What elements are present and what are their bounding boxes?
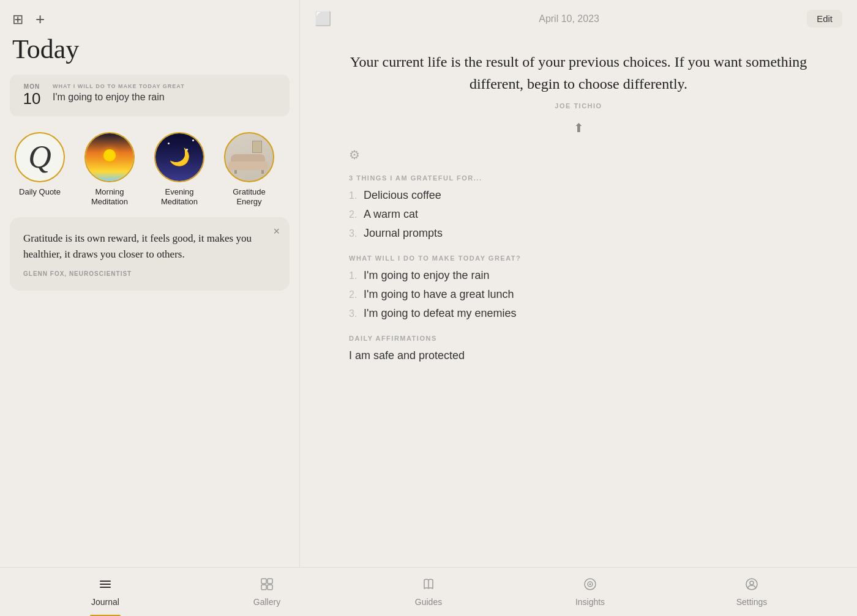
affirmations-section: DAILY AFFIRMATIONS I am safe and protect… (349, 335, 808, 362)
header-date: April 10, 2023 (331, 13, 807, 24)
journal-icon (99, 577, 112, 595)
nav-insights[interactable]: Insights (553, 577, 627, 607)
main-quote-block: Your current life is the result of your … (349, 39, 808, 116)
day-badge: MON 10 (20, 83, 44, 108)
morning-meditation-label: MorningMeditation (91, 187, 128, 208)
circle-gratitude-energy[interactable]: GratitudeEnergy (215, 132, 283, 208)
insights-icon (583, 577, 597, 595)
morning-bg (86, 133, 133, 181)
left-panel: ⊞ + Today MON 10 WHAT I WILL DO TO MAKE … (0, 0, 300, 567)
sofa-leg-right (261, 170, 264, 174)
today-great-item-1: I'm going to enjoy the rain (364, 269, 490, 282)
affirmations-label: DAILY AFFIRMATIONS (349, 335, 808, 342)
sidebar-toggle-icon[interactable]: ⬜ (315, 11, 331, 27)
circle-daily-quote[interactable]: Q Daily Quote (6, 132, 73, 208)
today-great-item-2: I'm going to have a great lunch (364, 288, 514, 301)
journal-label: Journal (91, 597, 119, 607)
main-quote-text: Your current life is the result of your … (349, 51, 808, 95)
svg-rect-4 (268, 579, 272, 584)
gratitude-list: 1. Delicious coffee 2. A warm cat 3. Jou… (349, 189, 808, 240)
circle-evening-meditation[interactable]: 🌙 EveningMeditation (146, 132, 213, 208)
day-content: WHAT I WILL DO TO MAKE TODAY GREAT I'm g… (53, 83, 280, 103)
sofa-legs (231, 170, 268, 174)
settings-icon (745, 577, 758, 595)
svg-rect-6 (268, 585, 272, 590)
sofa-icon (231, 154, 268, 174)
list-item: 2. I'm going to have a great lunch (349, 288, 808, 301)
list-item: 3. I'm going to defeat my enemies (349, 307, 808, 320)
svg-rect-5 (261, 585, 266, 590)
nav-journal[interactable]: Journal (69, 577, 142, 607)
left-header-icons: ⊞ + (12, 10, 45, 29)
guides-icon (422, 577, 435, 595)
right-panel: ⬜ April 10, 2023 Edit Your current life … (300, 0, 857, 567)
gallery-icon (260, 577, 274, 595)
list-item: 2. A warm cat (349, 208, 808, 221)
main-quote-author: JOE TICHIO (349, 102, 808, 109)
page-title: Today (0, 34, 299, 75)
svg-point-12 (750, 581, 754, 585)
svg-rect-3 (261, 579, 266, 584)
add-icon[interactable]: + (36, 10, 45, 29)
circle-morning-meditation[interactable]: MorningMeditation (76, 132, 143, 208)
nav-guides[interactable]: Guides (392, 577, 465, 607)
day-number: 10 (23, 90, 41, 108)
star-icon (186, 149, 188, 150)
star-icon (192, 139, 194, 141)
gratitude-item-3: Journal prompts (364, 227, 443, 240)
morning-meditation-circle (84, 132, 135, 182)
daily-quote-circle: Q (15, 132, 65, 182)
guides-label: Guides (415, 597, 442, 607)
share-button[interactable]: ⬆ (349, 121, 808, 135)
gratitude-energy-label: GratitudeEnergy (233, 187, 265, 208)
left-header: ⊞ + (0, 0, 299, 34)
evening-meditation-circle: 🌙 (154, 132, 204, 182)
day-label: WHAT I WILL DO TO MAKE TODAY GREAT (53, 83, 280, 89)
gear-icon: ⚙ (349, 147, 808, 162)
quote-card-author: GLENN FOX, NEUROSCIENTIST (23, 270, 265, 277)
calendar-icon[interactable]: ⊞ (12, 12, 23, 28)
today-great-list: 1. I'm going to enjoy the rain 2. I'm go… (349, 269, 808, 320)
quote-card: × Gratitude is its own reward, it feels … (10, 217, 290, 291)
evening-bg: 🌙 (155, 133, 203, 181)
gallery-label: Gallery (253, 597, 280, 607)
list-item: 3. Journal prompts (349, 227, 808, 240)
sofa-seat (228, 161, 268, 170)
star-icon (168, 143, 170, 144)
list-item: 1. I'm going to enjoy the rain (349, 269, 808, 282)
circles-row: Q Daily Quote MorningMeditation 🌙 (0, 126, 299, 208)
today-great-section: WHAT WILL I DO TO MAKE TODAY GREAT? 1. I… (349, 254, 808, 320)
nav-settings[interactable]: Settings (715, 577, 788, 607)
bottom-nav: Journal Gallery Guides (0, 567, 857, 616)
day-entry[interactable]: MON 10 WHAT I WILL DO TO MAKE TODAY GREA… (10, 75, 290, 116)
quote-letter: Q (28, 141, 51, 173)
day-text: I'm going to enjoy the rain (53, 92, 280, 103)
today-great-label: WHAT WILL I DO TO MAKE TODAY GREAT? (349, 254, 808, 262)
gratitude-item-1: Delicious coffee (364, 189, 441, 202)
insights-label: Insights (575, 597, 605, 607)
sun-icon (103, 149, 116, 161)
edit-button[interactable]: Edit (807, 10, 842, 28)
picture-frame-icon (252, 141, 262, 153)
gratitude-energy-circle (224, 132, 274, 182)
nav-gallery[interactable]: Gallery (230, 577, 304, 607)
settings-label: Settings (736, 597, 768, 607)
quote-card-text: Gratitude is its own reward, it feels go… (23, 231, 265, 262)
gratitude-label: 3 THINGS I AM GRATEFUL FOR... (349, 174, 808, 182)
sofa-leg-left (234, 170, 237, 174)
svg-point-10 (589, 583, 591, 585)
share-icon: ⬆ (574, 121, 584, 135)
right-content: Your current life is the result of your … (300, 32, 857, 567)
right-header: ⬜ April 10, 2023 Edit (300, 0, 857, 32)
evening-meditation-label: EveningMeditation (161, 187, 198, 208)
gratitude-section: ⚙ 3 THINGS I AM GRATEFUL FOR... 1. Delic… (349, 147, 808, 240)
close-icon[interactable]: × (273, 226, 280, 237)
affirmation-text: I am safe and protected (349, 349, 808, 362)
today-great-item-3: I'm going to defeat my enemies (364, 307, 517, 320)
daily-quote-label: Daily Quote (19, 187, 61, 198)
gratitude-item-2: A warm cat (364, 208, 418, 221)
list-item: 1. Delicious coffee (349, 189, 808, 202)
